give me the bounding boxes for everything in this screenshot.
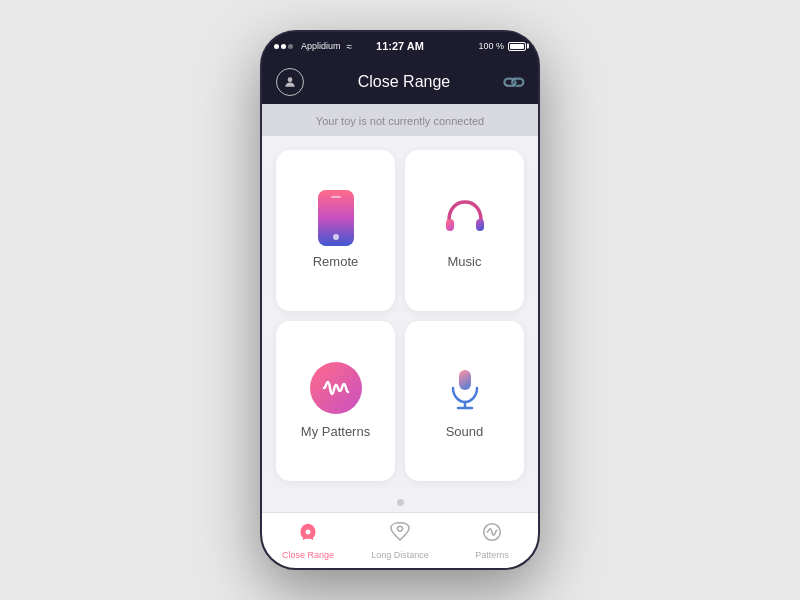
remote-icon-container xyxy=(310,192,362,244)
wifi-icon: ≈ xyxy=(347,41,353,52)
patterns-icon xyxy=(310,362,362,414)
sound-icon-container xyxy=(439,362,491,414)
music-icon-container xyxy=(439,192,491,244)
main-content: Remote xyxy=(262,136,538,495)
signal-dot-3 xyxy=(288,44,293,49)
svg-point-0 xyxy=(288,77,293,82)
connection-banner: Your toy is not currently connected xyxy=(262,104,538,136)
page-title: Close Range xyxy=(358,73,451,91)
patterns-tab-label: Patterns xyxy=(475,550,509,560)
connection-text: Your toy is not currently connected xyxy=(316,115,484,127)
long-distance-tab-label: Long Distance xyxy=(371,550,429,560)
link-icon[interactable]: 🔗 xyxy=(500,68,528,96)
tab-patterns[interactable]: Patterns xyxy=(446,513,538,568)
tab-long-distance[interactable]: Long Distance xyxy=(354,513,446,568)
battery-percent: 100 % xyxy=(478,41,504,51)
remote-icon xyxy=(318,190,354,246)
signal-dots xyxy=(274,44,293,49)
long-distance-tab-icon xyxy=(390,522,410,547)
tab-close-range[interactable]: Close Range xyxy=(262,513,354,568)
close-range-tab-icon xyxy=(298,522,318,547)
wave-icon xyxy=(322,378,350,398)
sound-card[interactable]: Sound xyxy=(405,321,524,482)
patterns-card[interactable]: My Patterns xyxy=(276,321,395,482)
tab-bar: Close Range Long Distance Patterns xyxy=(262,512,538,568)
microphone-icon xyxy=(439,362,491,414)
phone-frame: Applidium ≈ 11:27 AM 100 % Close Range 🔗… xyxy=(260,30,540,570)
status-time: 11:27 AM xyxy=(376,40,424,52)
svg-point-6 xyxy=(306,529,311,534)
grid-row-1: Remote xyxy=(276,150,524,311)
music-label: Music xyxy=(448,254,482,269)
patterns-icon-container xyxy=(310,362,362,414)
carrier-label: Applidium xyxy=(301,41,341,51)
headphones-icon xyxy=(439,192,491,244)
svg-rect-2 xyxy=(476,219,484,231)
profile-button[interactable] xyxy=(276,68,304,96)
remote-card[interactable]: Remote xyxy=(276,150,395,311)
svg-point-7 xyxy=(398,526,403,531)
signal-dot-1 xyxy=(274,44,279,49)
battery-icon xyxy=(508,42,526,51)
patterns-label: My Patterns xyxy=(301,424,370,439)
sound-label: Sound xyxy=(446,424,484,439)
remote-label: Remote xyxy=(313,254,359,269)
music-card[interactable]: Music xyxy=(405,150,524,311)
page-indicator xyxy=(262,495,538,512)
patterns-tab-icon xyxy=(482,522,502,547)
close-range-tab-label: Close Range xyxy=(282,550,334,560)
grid-row-2: My Patterns xyxy=(276,321,524,482)
page-dot xyxy=(397,499,404,506)
svg-rect-1 xyxy=(446,219,454,231)
signal-dot-2 xyxy=(281,44,286,49)
status-left: Applidium ≈ xyxy=(274,41,352,52)
status-right: 100 % xyxy=(478,41,526,51)
app-header: Close Range 🔗 xyxy=(262,60,538,104)
svg-rect-3 xyxy=(459,370,471,390)
status-bar: Applidium ≈ 11:27 AM 100 % xyxy=(262,32,538,60)
